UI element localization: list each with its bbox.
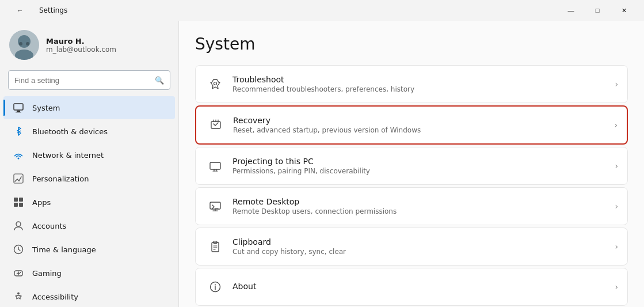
sidebar-item-system-label: System: [32, 104, 60, 112]
clipboard-chevron: ›: [615, 242, 618, 251]
title-bar-left: ← Settings: [7, 1, 67, 20]
settings-list: Troubleshoot Recommended troubleshooters…: [195, 65, 628, 306]
about-icon: [205, 276, 226, 297]
gaming-icon: [13, 267, 24, 279]
svg-rect-12: [14, 203, 18, 207]
sidebar-item-bluetooth-label: Bluetooth & devices: [32, 127, 108, 136]
svg-point-1: [18, 35, 31, 48]
window-controls: — □ ✕: [558, 1, 637, 20]
recovery-desc: Reset, advanced startup, previous versio…: [233, 126, 607, 134]
personalization-icon: [13, 173, 24, 184]
sidebar-item-personalization[interactable]: Personalization: [3, 167, 175, 190]
remote-desktop-text: Remote Desktop Remote Desktop users, con…: [226, 197, 615, 215]
sidebar: Mauro H. m_lab@outlook.com 🔍 System: [0, 21, 178, 307]
projecting-icon: [205, 156, 226, 176]
clipboard-desc: Cut and copy history, sync, clear: [233, 248, 608, 256]
clipboard-card[interactable]: Clipboard Cut and copy history, sync, cl…: [195, 228, 628, 266]
sidebar-item-accounts[interactable]: Accounts: [3, 214, 175, 237]
projecting-chevron: ›: [615, 161, 618, 170]
sidebar-item-bluetooth[interactable]: Bluetooth & devices: [3, 120, 175, 143]
sidebar-item-network-label: Network & internet: [32, 151, 104, 160]
user-name: Mauro H.: [46, 37, 116, 46]
search-box[interactable]: 🔍: [8, 70, 170, 90]
svg-rect-11: [19, 198, 23, 202]
recovery-chevron: ›: [614, 120, 618, 130]
troubleshoot-title: Troubleshoot: [233, 75, 608, 84]
remote-desktop-desc: Remote Desktop users, connection permiss…: [233, 207, 608, 215]
troubleshoot-card[interactable]: Troubleshoot Recommended troubleshooters…: [195, 65, 628, 103]
svg-rect-7: [16, 112, 21, 112]
svg-point-33: [215, 285, 216, 286]
sidebar-item-system[interactable]: System: [3, 96, 175, 119]
recovery-card[interactable]: Recovery Reset, advanced startup, previo…: [195, 105, 628, 145]
svg-rect-10: [14, 198, 18, 202]
sidebar-item-gaming[interactable]: Gaming: [3, 261, 175, 285]
projecting-card[interactable]: Projecting to this PC Permissions, pairi…: [195, 147, 628, 185]
recovery-text: Recovery Reset, advanced startup, previo…: [226, 116, 614, 134]
maximize-button[interactable]: □: [584, 1, 611, 20]
projecting-desc: Permissions, pairing PIN, discoverabilit…: [233, 167, 608, 175]
recovery-icon: [205, 115, 226, 135]
about-card[interactable]: About ›: [195, 268, 628, 306]
main-panel: System Troubleshoot Recommended troubles…: [178, 21, 644, 307]
svg-rect-6: [17, 111, 20, 112]
avatar-image: [9, 30, 39, 60]
svg-point-8: [18, 158, 20, 160]
search-container: 🔍: [0, 67, 178, 96]
remote-desktop-title: Remote Desktop: [233, 197, 608, 206]
svg-point-20: [17, 293, 20, 295]
apps-icon: [13, 196, 24, 208]
accounts-icon: [13, 220, 24, 232]
sidebar-nav: System Bluetooth & devices Network & int…: [0, 96, 178, 307]
title-bar: ← Settings — □ ✕: [0, 0, 644, 21]
svg-rect-13: [19, 203, 23, 207]
user-email: m_lab@outlook.com: [46, 46, 116, 54]
user-info: Mauro H. m_lab@outlook.com: [46, 37, 116, 54]
sidebar-item-accessibility[interactable]: Accessibility: [3, 285, 175, 307]
back-button[interactable]: ←: [7, 1, 33, 20]
about-title: About: [233, 282, 608, 291]
remote-desktop-icon: [205, 196, 226, 217]
about-text: About: [226, 282, 615, 292]
system-icon: [13, 102, 24, 113]
clipboard-icon: [205, 236, 226, 257]
accessibility-icon: [13, 291, 24, 302]
svg-point-19: [20, 272, 21, 273]
close-button[interactable]: ✕: [611, 1, 637, 20]
page-title: System: [195, 35, 628, 54]
sidebar-item-accessibility-label: Accessibility: [32, 293, 78, 301]
troubleshoot-chevron: ›: [615, 79, 618, 89]
sidebar-item-accounts-label: Accounts: [32, 222, 66, 230]
remote-desktop-chevron: ›: [615, 202, 618, 211]
search-icon: 🔍: [155, 76, 164, 85]
svg-rect-5: [14, 104, 23, 110]
search-input[interactable]: [14, 76, 150, 85]
sidebar-item-apps[interactable]: Apps: [3, 191, 175, 214]
projecting-text: Projecting to this PC Permissions, pairi…: [226, 157, 615, 175]
svg-point-14: [16, 222, 21, 226]
time-icon: [13, 244, 24, 255]
sidebar-item-gaming-label: Gaming: [32, 269, 62, 278]
troubleshoot-text: Troubleshoot Recommended troubleshooters…: [226, 75, 615, 93]
sidebar-item-apps-label: Apps: [32, 198, 51, 207]
app-title: Settings: [39, 6, 67, 14]
svg-rect-23: [210, 162, 220, 169]
sidebar-item-personalization-label: Personalization: [32, 175, 89, 183]
svg-rect-25: [210, 202, 220, 209]
svg-point-4: [26, 42, 29, 46]
sidebar-item-network[interactable]: Network & internet: [3, 143, 175, 166]
network-icon: [13, 149, 24, 161]
projecting-title: Projecting to this PC: [233, 157, 608, 166]
bluetooth-icon: [13, 126, 24, 137]
minimize-button[interactable]: —: [558, 1, 584, 20]
clipboard-text: Clipboard Cut and copy history, sync, cl…: [226, 237, 615, 256]
remote-desktop-card[interactable]: Remote Desktop Remote Desktop users, con…: [195, 187, 628, 225]
clipboard-title: Clipboard: [233, 237, 608, 247]
svg-rect-27: [212, 242, 219, 252]
svg-point-3: [19, 42, 22, 46]
recovery-title: Recovery: [233, 116, 607, 125]
user-profile[interactable]: Mauro H. m_lab@outlook.com: [0, 21, 178, 67]
sidebar-item-time[interactable]: Time & language: [3, 238, 175, 261]
avatar: [9, 30, 39, 60]
app-body: Mauro H. m_lab@outlook.com 🔍 System: [0, 21, 644, 307]
